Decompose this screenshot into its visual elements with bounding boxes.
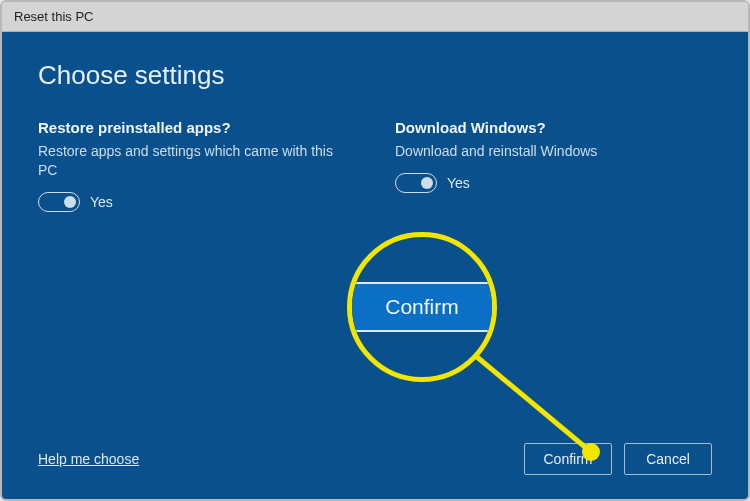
page-title: Choose settings xyxy=(38,60,712,91)
titlebar: Reset this PC xyxy=(2,2,748,32)
restore-toggle-label: Yes xyxy=(90,194,113,210)
svg-line-0 xyxy=(477,357,591,452)
window-title: Reset this PC xyxy=(14,9,93,24)
restore-heading: Restore preinstalled apps? xyxy=(38,119,355,136)
download-description: Download and reinstall Windows xyxy=(395,142,712,161)
magnified-confirm-button: Confirm xyxy=(352,282,492,332)
option-restore: Restore preinstalled apps? Restore apps … xyxy=(38,119,355,212)
restore-description: Restore apps and settings which came wit… xyxy=(38,142,355,180)
download-heading: Download Windows? xyxy=(395,119,712,136)
toggle-knob-icon xyxy=(64,196,76,208)
option-download: Download Windows? Download and reinstall… xyxy=(395,119,712,212)
restore-toggle-row: Yes xyxy=(38,192,355,212)
cancel-button[interactable]: Cancel xyxy=(624,443,712,475)
options-row: Restore preinstalled apps? Restore apps … xyxy=(38,119,712,212)
dialog-window: Reset this PC Choose settings Restore pr… xyxy=(0,0,750,501)
toggle-knob-icon xyxy=(421,177,433,189)
help-me-choose-link[interactable]: Help me choose xyxy=(38,451,139,467)
callout-target-dot xyxy=(582,443,600,461)
window-body: Choose settings Restore preinstalled app… xyxy=(2,32,748,499)
download-toggle-label: Yes xyxy=(447,175,470,191)
restore-toggle[interactable] xyxy=(38,192,80,212)
download-toggle-row: Yes xyxy=(395,173,712,193)
magnifier-inner: Confirm xyxy=(352,237,492,377)
download-toggle[interactable] xyxy=(395,173,437,193)
button-row: Confirm Cancel xyxy=(524,443,712,475)
footer: Help me choose Confirm Cancel xyxy=(38,443,712,475)
magnifier-callout: Confirm xyxy=(347,232,497,382)
